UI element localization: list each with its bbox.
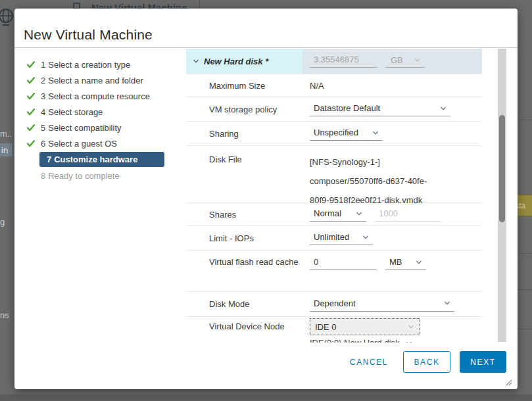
back-button[interactable]: BACK <box>403 351 450 373</box>
check-icon <box>26 91 41 101</box>
background-checkbox-icon <box>73 3 80 9</box>
new-hard-disk-label: New Hard disk * <box>204 57 268 66</box>
row-disk-file: Disk File [NFS-Synology-1-] composer/550… <box>186 145 482 202</box>
step-select-storage[interactable]: 4Select storage <box>26 104 188 120</box>
chevron-down-icon <box>439 105 447 112</box>
chevron-down-icon <box>405 339 413 343</box>
background-window-title: New Virtual Machine <box>91 2 187 9</box>
step-select-creation-type[interactable]: 1Select a creation type <box>26 57 188 72</box>
disk-mode-dropdown[interactable]: Dependent <box>310 297 454 312</box>
row-vm-storage-policy: VM storage policy Datastore Default <box>186 97 482 121</box>
step-select-name-folder[interactable]: 2Select a name and folder <box>26 72 188 88</box>
limit-iops-dropdown[interactable]: Unlimited <box>310 231 373 245</box>
check-icon <box>26 107 41 116</box>
shares-dropdown[interactable]: Normal <box>310 207 366 222</box>
background-text-fragment: g <box>0 217 5 227</box>
title-divider <box>14 47 518 48</box>
row-limit-iops: Limit - IOPs Unlimited <box>186 225 482 250</box>
row-disk-mode: Disk Mode Dependent <box>186 291 482 316</box>
next-button[interactable]: NEXT <box>460 351 506 373</box>
virtual-device-node-sub-dropdown[interactable]: IDE(0:0) New Hard disk <box>310 338 413 342</box>
check-icon <box>26 76 41 85</box>
chevron-down-icon <box>414 57 421 64</box>
cancel-button[interactable]: CANCEL <box>347 356 391 369</box>
row-sharing: Sharing Unspecified <box>186 121 482 145</box>
disk-size-band: 3.35546875 GB <box>302 49 482 74</box>
chevron-down-icon <box>192 57 200 65</box>
disk-size-unit-dropdown[interactable]: GB <box>385 53 425 68</box>
wizard-steps: 1Select a creation type 2Select a name a… <box>26 57 188 183</box>
panel-scrollbar-track[interactable] <box>498 49 506 342</box>
vm-storage-policy-dropdown[interactable]: Datastore Default <box>310 102 450 116</box>
background-text-fragment: in <box>1 145 8 155</box>
check-icon <box>26 60 41 69</box>
background-text-fragment: m.. <box>0 129 12 139</box>
check-icon <box>26 139 41 148</box>
row-maximum-size: Maximum Size N/A <box>186 74 482 97</box>
globe-icon <box>0 7 16 30</box>
vfrc-value-input[interactable]: 0 <box>310 256 377 270</box>
chevron-down-icon <box>407 323 415 331</box>
disk-file-path: [NFS-Synology-1-] composer/55070ff6-d637… <box>310 146 427 210</box>
step-select-compute-resource[interactable]: 3Select a compute resource <box>26 88 188 104</box>
step-ready-to-complete: 8Ready to complete <box>26 168 188 183</box>
new-hard-disk-header-row: New Hard disk * 3.35546875 GB <box>186 49 482 74</box>
row-virtual-device-node: Virtual Device Node IDE 0 IDE(0:0) New H… <box>186 316 482 342</box>
sharing-dropdown[interactable]: Unspecified <box>310 126 383 141</box>
new-virtual-machine-dialog: New Virtual Machine 1Select a creation t… <box>14 9 518 389</box>
disk-size-input[interactable]: 3.35546875 <box>310 53 377 68</box>
step-select-compatibility[interactable]: 5Select compatibility <box>26 120 188 135</box>
check-icon <box>26 123 41 132</box>
background-window-strip: New Virtual Machine <box>0 0 532 9</box>
new-hard-disk-expander[interactable]: New Hard disk * <box>186 49 302 74</box>
step-customize-hardware[interactable]: 7Customize hardware <box>26 152 188 167</box>
chevron-down-icon <box>443 299 451 307</box>
hardware-panel: New Hard disk * 3.35546875 GB Maximum Si… <box>186 49 482 342</box>
panel-scrollbar-thumb[interactable] <box>499 115 505 222</box>
step-select-guest-os[interactable]: 6Select a guest OS <box>26 135 188 151</box>
background-bottom-bar <box>0 394 532 401</box>
background-divider <box>199 0 200 9</box>
virtual-device-node-select[interactable]: IDE 0 <box>310 318 420 335</box>
row-virtual-flash-read-cache: Virtual flash read cache 0 MB <box>186 250 482 291</box>
maximum-size-value: N/A <box>310 81 324 91</box>
chevron-down-icon <box>362 233 370 241</box>
vfrc-unit-dropdown[interactable]: MB <box>385 256 426 270</box>
shares-value-input[interactable]: 1000 <box>375 207 441 222</box>
chevron-down-icon <box>355 210 363 218</box>
dialog-title: New Virtual Machine <box>24 27 153 43</box>
chevron-down-icon <box>372 129 379 137</box>
background-text-fragment: ns <box>0 310 9 320</box>
dialog-resize-handle[interactable] <box>504 377 512 385</box>
chevron-down-icon <box>415 258 423 266</box>
